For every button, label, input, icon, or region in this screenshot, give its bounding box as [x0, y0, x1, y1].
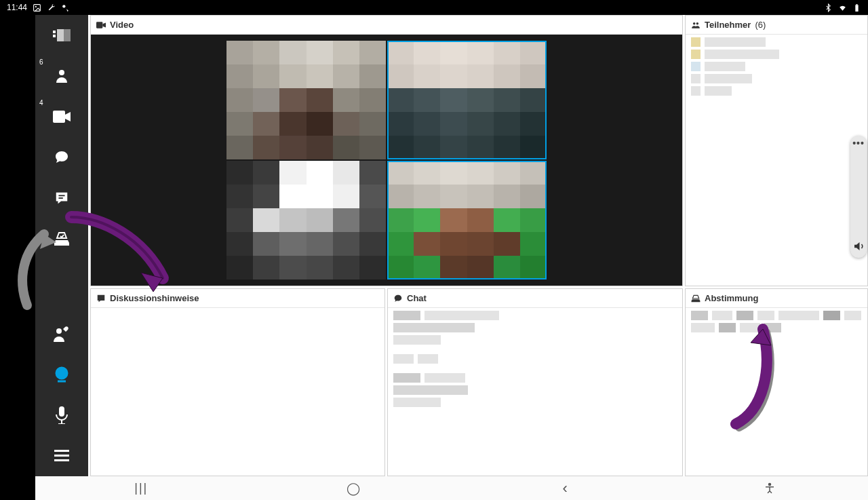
notes-icon: [96, 294, 106, 303]
chat-line: [393, 373, 677, 383]
android-status-bar: 11:44: [0, 0, 868, 15]
wifi-icon: [838, 3, 847, 12]
svg-point-9: [59, 70, 64, 75]
scroll-handle[interactable]: •••: [850, 136, 867, 258]
svg-rect-19: [54, 450, 69, 452]
chat-panel: Chat: [387, 288, 683, 476]
notes-icon: [54, 191, 69, 206]
svg-point-15: [60, 371, 64, 375]
wrench-icon: [47, 3, 56, 12]
video-icon: [53, 111, 71, 123]
raise-hand-icon: [53, 326, 71, 342]
svg-rect-6: [53, 35, 56, 37]
android-nav-bar: ||| ◯ ‹: [35, 476, 868, 500]
more-icon[interactable]: •••: [852, 141, 865, 145]
voting-panel: Abstimmung: [685, 288, 868, 476]
ballot-icon: [54, 231, 70, 247]
ballot-icon: [691, 294, 701, 303]
discussion-panel-header: Diskussionshinweise: [91, 289, 384, 308]
hamburger-icon: [54, 450, 69, 462]
chat-line: [393, 398, 677, 407]
webcam-icon: [53, 366, 71, 383]
video-icon: [96, 20, 106, 30]
nav-home[interactable]: ◯: [340, 481, 367, 496]
svg-rect-20: [54, 455, 69, 457]
speaker-icon[interactable]: [852, 240, 865, 252]
svg-point-1: [35, 5, 37, 7]
participant-row[interactable]: [691, 86, 862, 96]
chat-line: [393, 311, 677, 320]
nav-back[interactable]: ‹: [551, 480, 578, 497]
microphone-icon: [55, 406, 68, 424]
svg-rect-5: [53, 31, 56, 33]
sidebar-item-chat[interactable]: [35, 137, 88, 178]
video-panel-header: Video: [91, 16, 682, 35]
video-grid: [226, 41, 547, 280]
discussion-panel-title: Diskussionshinweise: [110, 293, 199, 303]
key-icon: [61, 3, 70, 12]
voting-row: [691, 311, 862, 320]
video-panel-title: Video: [110, 20, 134, 30]
participants-count: (6): [755, 20, 766, 30]
svg-rect-0: [34, 4, 41, 11]
sidebar-item-video[interactable]: 4: [35, 96, 88, 137]
svg-rect-8: [57, 29, 64, 41]
chat-line: [393, 323, 677, 332]
participant-row[interactable]: [691, 37, 862, 47]
svg-rect-4: [856, 4, 857, 5]
chat-line: [393, 354, 677, 364]
video-panel: Video: [90, 15, 683, 286]
sidebar-item-microphone[interactable]: [35, 395, 88, 436]
sidebar-item-camera[interactable]: [35, 354, 88, 395]
video-tile[interactable]: [387, 161, 547, 280]
sidebar-item-participants[interactable]: 6: [35, 56, 88, 96]
participant-row[interactable]: [691, 74, 862, 83]
chat-bubble-icon: [54, 149, 70, 166]
chat-line: [393, 385, 677, 395]
participant-row[interactable]: [691, 62, 862, 71]
left-margin: [0, 15, 35, 500]
svg-rect-21: [54, 459, 69, 461]
battery-icon: [852, 3, 861, 12]
participant-row[interactable]: [691, 50, 862, 59]
participants-badge: 6: [39, 58, 43, 66]
people-icon: [691, 20, 701, 30]
sidebar-item-raise-hand[interactable]: [35, 313, 88, 354]
svg-point-24: [696, 22, 699, 24]
voting-panel-title: Abstimmung: [705, 293, 758, 303]
person-icon: [54, 68, 70, 84]
sidebar-item-voting[interactable]: [35, 218, 88, 259]
participants-panel-title: Teilnehmer: [705, 20, 751, 30]
svg-rect-10: [53, 111, 65, 123]
svg-rect-22: [96, 22, 102, 28]
chat-panel-header: Chat: [388, 289, 682, 308]
voting-row: [691, 323, 862, 332]
participants-panel: Teilnehmer (6): [685, 15, 868, 286]
chat-panel-title: Chat: [407, 293, 427, 303]
svg-point-23: [693, 22, 695, 24]
svg-rect-16: [59, 406, 64, 417]
chat-icon: [393, 294, 403, 303]
layout-icon: [53, 28, 71, 42]
image-icon: [33, 3, 41, 12]
sidebar-item-menu[interactable]: [35, 436, 88, 476]
chat-line: [393, 335, 677, 345]
svg-point-2: [62, 5, 65, 7]
svg-rect-12: [58, 197, 62, 199]
accessibility-icon[interactable]: [764, 482, 776, 495]
bluetooth-icon: [824, 3, 833, 12]
videos-badge: 4: [39, 99, 43, 107]
sidebar-item-layout[interactable]: [35, 15, 88, 56]
svg-point-25: [768, 483, 770, 485]
sidebar-item-notes[interactable]: [35, 178, 88, 218]
video-tile[interactable]: [226, 41, 386, 159]
clock: 11:44: [7, 3, 27, 12]
video-tile[interactable]: [226, 161, 386, 280]
svg-point-13: [56, 328, 62, 334]
svg-rect-11: [58, 195, 64, 196]
participants-panel-header: Teilnehmer (6): [686, 16, 867, 35]
discussion-panel: Diskussionshinweise: [90, 288, 385, 476]
video-tile[interactable]: [387, 41, 547, 159]
svg-rect-3: [855, 5, 858, 12]
nav-recents[interactable]: |||: [127, 481, 155, 495]
